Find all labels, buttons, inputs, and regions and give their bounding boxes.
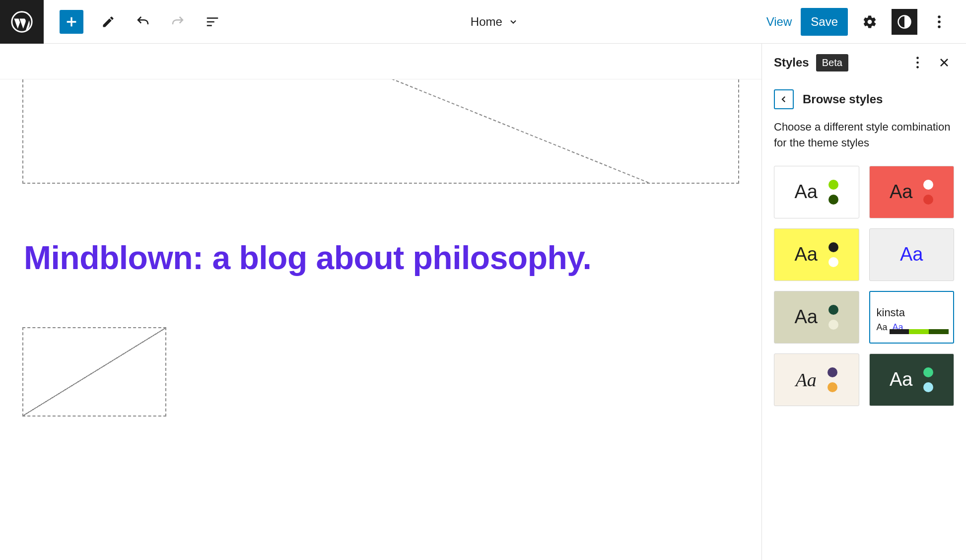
- save-button[interactable]: Save: [801, 8, 848, 36]
- svg-point-7: [916, 66, 919, 69]
- svg-point-2: [938, 15, 941, 18]
- undo-icon[interactable]: [133, 12, 153, 32]
- style-variation[interactable]: Aa: [774, 353, 859, 406]
- style-variation[interactable]: Aa: [774, 228, 859, 281]
- svg-point-3: [938, 20, 941, 23]
- panel-header: Styles Beta: [762, 44, 966, 81]
- toolbar-left: [44, 10, 222, 34]
- close-icon[interactable]: [934, 53, 954, 72]
- style-variation-kinsta[interactable]: kinsta AaAa: [869, 291, 955, 344]
- main-layout: Mindblown: a blog about philosophy. Styl…: [0, 44, 966, 560]
- back-button[interactable]: [774, 89, 794, 109]
- svg-point-6: [916, 62, 919, 64]
- style-variation[interactable]: Aa: [869, 166, 955, 218]
- header-placeholder-block[interactable]: [22, 79, 739, 184]
- toolbar-right: View Save: [766, 8, 966, 36]
- add-block-button[interactable]: [60, 10, 83, 34]
- template-selector[interactable]: Home: [222, 15, 766, 29]
- svg-point-5: [916, 57, 919, 59]
- chevron-down-icon: [508, 17, 518, 27]
- beta-badge: Beta: [816, 54, 848, 71]
- styles-grid: AaAaAaAaAa kinsta AaAa AaAa: [774, 166, 954, 406]
- svg-point-4: [938, 25, 941, 28]
- style-variation[interactable]: Aa: [774, 166, 859, 218]
- style-variation[interactable]: Aa: [774, 291, 859, 344]
- panel-description: Choose a different style combination for…: [774, 119, 954, 151]
- redo-icon: [168, 12, 188, 32]
- wordpress-logo[interactable]: [0, 0, 44, 44]
- panel-body: Browse styles Choose a different style c…: [762, 81, 966, 560]
- view-link[interactable]: View: [766, 15, 792, 29]
- style-variation[interactable]: Aa: [869, 353, 955, 406]
- hero-heading[interactable]: Mindblown: a blog about philosophy.: [24, 238, 738, 278]
- edit-icon[interactable]: [98, 12, 118, 32]
- panel-title: Styles: [774, 56, 809, 70]
- more-options-icon[interactable]: [926, 9, 952, 35]
- style-name: kinsta: [877, 306, 905, 319]
- image-placeholder-block[interactable]: [22, 327, 166, 417]
- panel-more-icon[interactable]: [907, 53, 927, 72]
- nav-label: Browse styles: [803, 92, 883, 106]
- template-name: Home: [471, 15, 502, 29]
- styles-icon[interactable]: [892, 9, 917, 35]
- style-variation[interactable]: Aa: [869, 228, 955, 281]
- styles-panel: Styles Beta Browse styles Choose a diffe…: [761, 44, 966, 560]
- panel-nav: Browse styles: [774, 89, 954, 109]
- settings-icon[interactable]: [857, 9, 883, 35]
- list-view-icon[interactable]: [203, 12, 222, 32]
- editor-canvas[interactable]: Mindblown: a blog about philosophy.: [0, 44, 761, 560]
- top-toolbar: Home View Save: [0, 0, 966, 44]
